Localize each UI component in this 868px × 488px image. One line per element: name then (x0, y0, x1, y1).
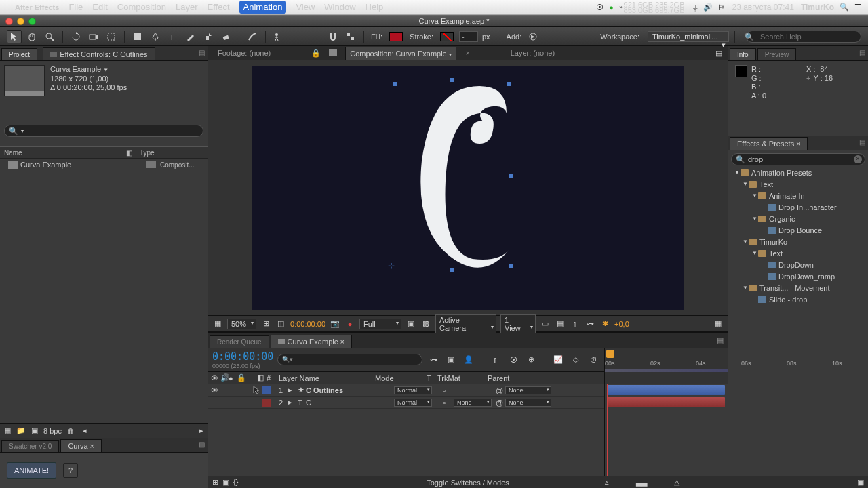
safe-zones-icon[interactable]: ⊞ (260, 319, 271, 329)
brainstorm-icon[interactable]: ⊕ (524, 353, 538, 367)
pixel-aspect-icon[interactable]: ▭ (540, 319, 551, 329)
next-frame-icon[interactable]: ▸ (199, 426, 203, 435)
twirl-icon[interactable]: ▸ (285, 398, 295, 407)
preserve-transparency[interactable]: ▫ (440, 386, 451, 394)
preset-item[interactable]: Drop Bounce (731, 224, 865, 236)
fill-color-swatch[interactable] (389, 32, 403, 41)
swatcher-tab[interactable]: Swatcher v2.0 (1, 440, 59, 452)
zoom-tool[interactable] (42, 30, 57, 43)
puppet-tool[interactable] (271, 30, 286, 43)
workspace-dropdown[interactable]: TimurKo_minimali... (648, 31, 729, 42)
hand-tool[interactable] (24, 30, 39, 43)
comp-thumbnail[interactable] (4, 65, 45, 96)
zoom-dropdown[interactable]: 50% (227, 319, 256, 329)
panel-menu-icon[interactable]: ▤ (717, 336, 724, 345)
preset-folder[interactable]: ▼Animation Presets (731, 167, 865, 178)
blend-mode-dropdown[interactable]: Normal (394, 399, 432, 407)
menu-view[interactable]: View (296, 2, 315, 12)
label-col[interactable]: ◧ (254, 373, 264, 382)
stroke-label[interactable]: Stroke: (410, 33, 433, 41)
project-tab[interactable]: Project (1, 48, 37, 60)
menu-composition[interactable]: Composition (117, 2, 166, 12)
layer-name[interactable]: C Outlines (303, 386, 391, 394)
effects-presets-tab[interactable]: Effects & Presets × (730, 137, 808, 150)
timeline-footer-icon[interactable]: {} (233, 478, 238, 487)
spotlight-icon[interactable]: 🔍 (840, 3, 849, 12)
motion-blur-icon[interactable]: ⦿ (507, 353, 520, 367)
layer-color-swatch[interactable] (262, 399, 271, 407)
close-icon[interactable]: × (466, 49, 470, 57)
lock-toggle-icon[interactable]: 🔒 (234, 373, 242, 382)
col-parent[interactable]: Parent (485, 374, 546, 382)
menu-extra-icon[interactable]: ⦿ (596, 3, 604, 12)
parent-dropdown[interactable]: None (505, 386, 551, 394)
preset-item[interactable]: Slide - drop (731, 293, 865, 305)
col-t[interactable]: T (424, 374, 435, 382)
layer-name[interactable]: C (303, 399, 391, 407)
parent-dropdown[interactable]: None (505, 399, 551, 407)
search-help-input[interactable] (746, 30, 861, 43)
preset-folder[interactable]: ▼Organic (731, 213, 865, 224)
twirl-icon[interactable]: ▸ (285, 386, 295, 394)
flowchart-icon[interactable]: ⊶ (585, 319, 595, 329)
zoom-in-icon[interactable]: △ (674, 478, 679, 487)
current-time[interactable]: 0:00:00:00 (290, 320, 326, 328)
preset-folder[interactable]: ▼Transit... - Movement (731, 282, 865, 293)
menubar-user[interactable]: TimurKo (801, 3, 834, 12)
render-queue-tab[interactable]: Render Queue (210, 336, 269, 348)
notification-center-icon[interactable]: ☰ (854, 3, 861, 12)
project-search[interactable]: 🔍▾ (4, 125, 203, 137)
close-icon[interactable]: × (340, 338, 344, 346)
project-col-type[interactable]: Type (136, 149, 159, 157)
parent-pickwhip-icon[interactable]: @ (493, 386, 502, 394)
col-layer-name[interactable]: Layer Name (276, 374, 372, 382)
brush-tool[interactable] (183, 30, 198, 43)
stopwatch-icon[interactable]: ⏱ (587, 353, 600, 367)
panel-menu-icon[interactable]: ▤ (199, 49, 205, 56)
preset-item[interactable]: DropDown (731, 259, 865, 270)
project-item-row[interactable]: Curva Example Composit... (0, 159, 208, 171)
transparency-grid-icon[interactable]: ▩ (420, 319, 431, 329)
shape-layer-c[interactable] (395, 79, 530, 283)
stroke-color-swatch[interactable] (440, 32, 454, 41)
prev-frame-icon[interactable]: ◂ (83, 426, 87, 435)
fast-preview-icon[interactable]: ▤ (555, 319, 566, 329)
menubar-clock[interactable]: 23 августа 07:41 (732, 3, 794, 12)
timeline-footer-icon[interactable]: ▣ (222, 478, 229, 487)
menu-file[interactable]: File (68, 2, 83, 12)
playhead-line[interactable] (607, 384, 608, 476)
project-col-name[interactable]: Name (0, 149, 122, 157)
audio-toggle-icon[interactable]: 🔊 (218, 373, 226, 382)
menu-help[interactable]: Help (366, 2, 384, 12)
menu-effect[interactable]: Effect (208, 2, 230, 12)
roto-tool[interactable] (245, 30, 260, 43)
preview-tab[interactable]: Preview (757, 48, 797, 60)
col-number[interactable]: # (264, 374, 276, 382)
panel-menu-icon[interactable]: ▤ (859, 49, 865, 56)
curva-help-button[interactable]: ? (63, 463, 78, 478)
playhead[interactable] (606, 350, 614, 358)
delete-icon[interactable]: 🗑 (67, 427, 75, 435)
rotation-tool[interactable] (68, 30, 83, 43)
pan-behind-tool[interactable] (104, 30, 119, 43)
menu-animation[interactable]: Animation (239, 1, 287, 14)
camera-dropdown[interactable]: Active Camera (435, 314, 496, 333)
selection-tool[interactable] (7, 30, 22, 43)
snap-toggle[interactable] (326, 30, 340, 43)
resolution-dropdown[interactable]: Full (359, 319, 401, 329)
shy-icon[interactable]: 👤 (462, 353, 475, 367)
composition-viewer-tab[interactable]: Composition: Curva Example ▾ (345, 47, 456, 60)
solo-toggle-icon[interactable]: ● (226, 374, 234, 382)
auto-keyframe-icon[interactable]: ◇ (569, 353, 583, 367)
close-icon[interactable]: × (796, 140, 800, 148)
panel-menu-icon[interactable]: ▤ (715, 49, 722, 58)
info-tab[interactable]: Info (730, 48, 756, 60)
label-swatch[interactable] (146, 161, 156, 168)
menu-extra-icon[interactable]: ● (609, 3, 614, 12)
preset-folder[interactable]: ▼Text (731, 178, 865, 190)
pen-tool[interactable] (148, 30, 163, 43)
preserve-transparency[interactable]: ▫ (440, 399, 451, 407)
menu-edit[interactable]: Edit (92, 2, 107, 12)
menu-window[interactable]: Window (324, 2, 355, 12)
footage-viewer-tab[interactable]: Footage: (none) (214, 47, 275, 59)
